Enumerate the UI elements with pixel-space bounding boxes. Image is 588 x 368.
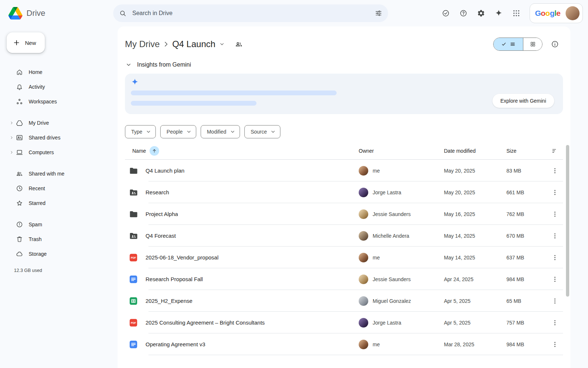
gemini-insights-title: Insights from Gemini	[137, 61, 191, 68]
file-size: 661 MB	[506, 190, 547, 195]
chevron-right-icon	[162, 40, 170, 48]
profile-avatar[interactable]	[566, 6, 580, 20]
sidebar-item-recent[interactable]: Recent	[6, 181, 113, 196]
file-size: 757 MB	[506, 320, 547, 326]
filter-chip-label: Type	[131, 129, 142, 135]
row-menu-button[interactable]	[548, 338, 562, 351]
sidebar-item-computers[interactable]: Computers	[6, 145, 113, 160]
row-menu-button[interactable]	[548, 164, 562, 177]
sidebar-item-label: Storage	[29, 251, 47, 257]
file-row[interactable]: Research Proposal FallJessie SaundersApr…	[125, 268, 563, 290]
view-controls	[493, 36, 563, 52]
search-bar[interactable]	[113, 4, 388, 22]
file-row[interactable]: PDF2025 Consulting Agreement – Bright Co…	[125, 312, 563, 333]
offline-status-button[interactable]	[438, 5, 454, 21]
sidebar-group: My DriveShared drivesComputers	[6, 116, 113, 160]
row-menu-button[interactable]	[548, 251, 562, 264]
file-row[interactable]: Q4 Launch planmeMay 20, 202583 MB	[125, 160, 563, 181]
details-button[interactable]	[547, 36, 563, 52]
more-vertical-icon	[551, 341, 559, 348]
spam-icon	[16, 221, 23, 228]
gemini-button[interactable]	[491, 5, 507, 21]
column-header-size[interactable]: Size	[506, 148, 547, 154]
expand-caret-icon[interactable]	[10, 150, 16, 155]
sidebar-item-home[interactable]: Home	[6, 65, 113, 79]
file-name: Operating Agreement v3	[146, 341, 205, 347]
sidebar-item-label: Starred	[29, 200, 46, 206]
row-menu-button[interactable]	[548, 294, 562, 308]
sort-options-button[interactable]	[548, 144, 562, 158]
menu-cell	[547, 208, 563, 221]
row-menu-button[interactable]	[548, 273, 562, 286]
owner-name: me	[373, 255, 380, 261]
apps-grid-button[interactable]	[508, 5, 524, 21]
owner-avatar	[359, 318, 368, 328]
account-button[interactable]: Google	[530, 3, 583, 23]
sort-by-name-button[interactable]: Name	[129, 146, 159, 156]
filter-chip-label: Source	[251, 129, 267, 135]
sidebar-item-shared-with-me[interactable]: Shared with me	[6, 166, 113, 181]
column-header-owner[interactable]: Owner	[359, 148, 444, 154]
sidebar-item-storage[interactable]: Storage	[6, 247, 113, 261]
date-modified: Apr 24, 2025	[444, 276, 506, 282]
file-row[interactable]: PDF2025-06-18_Vendor_proposalmeMay 14, 2…	[125, 247, 563, 268]
owner-avatar	[359, 253, 368, 262]
scrollbar[interactable]	[566, 145, 569, 297]
owner-avatar	[359, 166, 368, 176]
explore-with-gemini-button[interactable]: Explore with Gemini	[492, 94, 555, 108]
file-table: Name Owner Date modified Size	[125, 142, 563, 355]
gemini-loading-bar-2	[131, 101, 257, 106]
breadcrumb-my-drive[interactable]: My Drive	[125, 39, 160, 49]
row-menu-button[interactable]	[548, 229, 562, 243]
sidebar-item-my-drive[interactable]: My Drive	[6, 116, 113, 130]
chevron-down-icon	[229, 128, 236, 135]
caret-spacer	[10, 222, 16, 227]
name-cell: PDF2025-06-18_Vendor_proposal	[125, 253, 359, 262]
apps-grid-icon	[512, 9, 520, 17]
search-options-button[interactable]	[371, 6, 386, 21]
file-row[interactable]: Operating Agreement v3meMar 28, 2025984 …	[125, 333, 563, 355]
view-toggle	[493, 38, 542, 51]
sidebar-item-activity[interactable]: Activity	[6, 79, 113, 94]
column-header-date-modified[interactable]: Date modified	[444, 148, 506, 154]
caret-spacer	[10, 251, 16, 256]
search-button[interactable]	[115, 6, 130, 21]
list-view-button[interactable]	[494, 38, 523, 50]
row-menu-button[interactable]	[548, 186, 562, 199]
owner-avatar	[359, 340, 368, 349]
filter-chip-source[interactable]: Source	[244, 125, 280, 138]
filter-chip-modified[interactable]: Modified	[201, 125, 240, 138]
sidebar-item-spam[interactable]: Spam	[6, 217, 113, 232]
breadcrumb-current-folder[interactable]: Q4 Launch	[172, 39, 225, 49]
grid-view-button[interactable]	[523, 38, 542, 50]
sidebar-item-starred[interactable]: Starred	[6, 196, 113, 210]
filter-chip-type[interactable]: Type	[125, 125, 156, 138]
date-modified: Apr 5, 2025	[444, 320, 506, 326]
pdf-icon: PDF	[129, 318, 138, 328]
gemini-insights-toggle[interactable]: Insights from Gemini	[125, 61, 191, 68]
expand-caret-icon[interactable]	[10, 135, 16, 140]
list-view-icon	[510, 41, 516, 47]
row-menu-button[interactable]	[548, 208, 562, 221]
google-drive-app: Drive	[0, 0, 588, 368]
filter-chip-people[interactable]: People	[160, 125, 196, 138]
new-button[interactable]: New	[7, 32, 45, 53]
file-row[interactable]: ResearchJorge LastraMay 20, 2025661 MB	[125, 181, 563, 203]
drive-brand[interactable]: Drive	[0, 7, 113, 20]
file-row[interactable]: 2025_H2_ExpenseMiguel GonzalezApr 5, 202…	[125, 290, 563, 312]
sidebar-item-trash[interactable]: Trash	[6, 232, 113, 247]
search-input[interactable]	[130, 10, 371, 17]
sidebar-item-workspaces[interactable]: Workspaces	[6, 94, 113, 109]
settings-button[interactable]	[473, 5, 489, 21]
sidebar-item-shared-drives[interactable]: Shared drives	[6, 130, 113, 145]
filter-chip-label: Modified	[207, 129, 226, 135]
file-row[interactable]: Project AlphaJessie SaundersMay 16, 2025…	[125, 203, 563, 225]
row-menu-button[interactable]	[548, 316, 562, 329]
file-row[interactable]: Q4 ForecastMichelle AnderaMay 14, 202567…	[125, 225, 563, 247]
expand-caret-icon[interactable]	[10, 120, 16, 125]
owner-name: Jessie Saunders	[373, 276, 411, 282]
folder-members-icon[interactable]	[235, 40, 243, 48]
date-modified: Mar 28, 2025	[444, 342, 506, 347]
gemini-sparkle-icon	[495, 9, 503, 17]
support-button[interactable]	[455, 5, 472, 21]
